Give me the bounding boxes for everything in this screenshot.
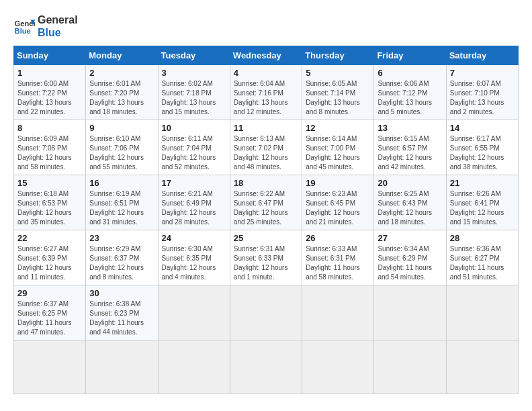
day-info: Sunrise: 6:33 AM Sunset: 6:31 PM Dayligh…	[306, 244, 370, 282]
calendar-cell: 3Sunrise: 6:02 AM Sunset: 7:18 PM Daylig…	[158, 65, 230, 120]
day-info: Sunrise: 6:31 AM Sunset: 6:33 PM Dayligh…	[234, 244, 298, 282]
col-header-thursday: Thursday	[302, 46, 374, 65]
day-number: 8	[17, 123, 82, 133]
page-header: General Blue General Blue	[13, 13, 519, 39]
day-number: 23	[89, 233, 154, 243]
calendar-cell: 19Sunrise: 6:23 AM Sunset: 6:45 PM Dayli…	[302, 175, 374, 230]
day-info: Sunrise: 6:00 AM Sunset: 7:22 PM Dayligh…	[17, 79, 82, 117]
day-info: Sunrise: 6:21 AM Sunset: 6:49 PM Dayligh…	[162, 189, 226, 227]
day-info: Sunrise: 6:01 AM Sunset: 7:20 PM Dayligh…	[89, 79, 154, 117]
day-number: 21	[450, 178, 515, 188]
day-number: 3	[162, 68, 226, 78]
calendar-cell: 5Sunrise: 6:05 AM Sunset: 7:14 PM Daylig…	[302, 65, 374, 120]
col-header-tuesday: Tuesday	[158, 46, 230, 65]
day-number: 1	[17, 68, 82, 78]
day-number: 11	[234, 123, 298, 133]
calendar-cell: 6Sunrise: 6:06 AM Sunset: 7:12 PM Daylig…	[374, 65, 446, 120]
calendar-cell: 17Sunrise: 6:21 AM Sunset: 6:49 PM Dayli…	[158, 175, 230, 230]
days-row: SundayMondayTuesdayWednesdayThursdayFrid…	[14, 46, 519, 65]
calendar-table: SundayMondayTuesdayWednesdayThursdayFrid…	[13, 46, 519, 394]
calendar-cell: 20Sunrise: 6:25 AM Sunset: 6:43 PM Dayli…	[374, 175, 446, 230]
calendar-cell: 9Sunrise: 6:10 AM Sunset: 7:06 PM Daylig…	[86, 120, 158, 175]
day-number: 16	[89, 178, 154, 188]
calendar-cell: 11Sunrise: 6:13 AM Sunset: 7:02 PM Dayli…	[230, 120, 302, 175]
calendar-cell	[86, 340, 158, 394]
calendar-row: 1Sunrise: 6:00 AM Sunset: 7:22 PM Daylig…	[14, 65, 519, 120]
calendar-cell	[446, 340, 518, 394]
day-info: Sunrise: 6:02 AM Sunset: 7:18 PM Dayligh…	[162, 79, 226, 117]
calendar-cell: 13Sunrise: 6:15 AM Sunset: 6:57 PM Dayli…	[374, 120, 446, 175]
day-number: 25	[234, 233, 298, 243]
calendar-cell: 7Sunrise: 6:07 AM Sunset: 7:10 PM Daylig…	[446, 65, 518, 120]
day-info: Sunrise: 6:11 AM Sunset: 7:04 PM Dayligh…	[162, 134, 226, 172]
day-number: 29	[17, 288, 82, 298]
calendar-cell: 21Sunrise: 6:26 AM Sunset: 6:41 PM Dayli…	[446, 175, 518, 230]
calendar-cell: 29Sunrise: 6:37 AM Sunset: 6:25 PM Dayli…	[14, 285, 86, 340]
day-number: 17	[162, 178, 226, 188]
calendar-cell	[158, 340, 230, 394]
day-number: 6	[378, 68, 442, 78]
day-info: Sunrise: 6:06 AM Sunset: 7:12 PM Dayligh…	[378, 79, 442, 117]
calendar-cell	[446, 285, 518, 340]
calendar-cell: 26Sunrise: 6:33 AM Sunset: 6:31 PM Dayli…	[302, 230, 374, 285]
col-header-monday: Monday	[86, 46, 158, 65]
day-info: Sunrise: 6:04 AM Sunset: 7:16 PM Dayligh…	[234, 79, 298, 117]
calendar-header: SundayMondayTuesdayWednesdayThursdayFrid…	[14, 46, 519, 65]
day-info: Sunrise: 6:15 AM Sunset: 6:57 PM Dayligh…	[378, 134, 442, 172]
day-number: 28	[450, 233, 515, 243]
day-number: 10	[162, 123, 226, 133]
day-info: Sunrise: 6:23 AM Sunset: 6:45 PM Dayligh…	[306, 189, 370, 227]
day-info: Sunrise: 6:27 AM Sunset: 6:39 PM Dayligh…	[17, 244, 82, 282]
day-info: Sunrise: 6:36 AM Sunset: 6:27 PM Dayligh…	[450, 244, 515, 282]
calendar-row	[14, 340, 519, 394]
calendar-row: 15Sunrise: 6:18 AM Sunset: 6:53 PM Dayli…	[14, 175, 519, 230]
calendar-cell: 14Sunrise: 6:17 AM Sunset: 6:55 PM Dayli…	[446, 120, 518, 175]
logo: General Blue General Blue	[13, 13, 78, 39]
calendar-row: 8Sunrise: 6:09 AM Sunset: 7:08 PM Daylig…	[14, 120, 519, 175]
day-info: Sunrise: 6:25 AM Sunset: 6:43 PM Dayligh…	[378, 189, 442, 227]
day-number: 20	[378, 178, 442, 188]
day-info: Sunrise: 6:29 AM Sunset: 6:37 PM Dayligh…	[89, 244, 154, 282]
calendar-row: 22Sunrise: 6:27 AM Sunset: 6:39 PM Dayli…	[14, 230, 519, 285]
day-number: 24	[162, 233, 226, 243]
logo-icon: General Blue	[13, 15, 35, 37]
col-header-sunday: Sunday	[14, 46, 86, 65]
day-number: 26	[306, 233, 370, 243]
calendar-cell: 28Sunrise: 6:36 AM Sunset: 6:27 PM Dayli…	[446, 230, 518, 285]
calendar-cell: 12Sunrise: 6:14 AM Sunset: 7:00 PM Dayli…	[302, 120, 374, 175]
day-info: Sunrise: 6:14 AM Sunset: 7:00 PM Dayligh…	[306, 134, 370, 172]
calendar-cell: 1Sunrise: 6:00 AM Sunset: 7:22 PM Daylig…	[14, 65, 86, 120]
calendar-cell	[14, 340, 86, 394]
calendar-row: 29Sunrise: 6:37 AM Sunset: 6:25 PM Dayli…	[14, 285, 519, 340]
day-number: 5	[306, 68, 370, 78]
day-number: 27	[378, 233, 442, 243]
calendar-cell: 8Sunrise: 6:09 AM Sunset: 7:08 PM Daylig…	[14, 120, 86, 175]
day-number: 13	[378, 123, 442, 133]
calendar-cell	[230, 340, 302, 394]
day-number: 18	[234, 178, 298, 188]
day-info: Sunrise: 6:09 AM Sunset: 7:08 PM Dayligh…	[17, 134, 82, 172]
day-info: Sunrise: 6:07 AM Sunset: 7:10 PM Dayligh…	[450, 79, 515, 117]
day-number: 12	[306, 123, 370, 133]
day-number: 7	[450, 68, 515, 78]
calendar-cell: 4Sunrise: 6:04 AM Sunset: 7:16 PM Daylig…	[230, 65, 302, 120]
calendar-cell	[302, 285, 374, 340]
day-info: Sunrise: 6:22 AM Sunset: 6:47 PM Dayligh…	[234, 189, 298, 227]
calendar-cell: 15Sunrise: 6:18 AM Sunset: 6:53 PM Dayli…	[14, 175, 86, 230]
day-info: Sunrise: 6:38 AM Sunset: 6:23 PM Dayligh…	[89, 300, 154, 337]
calendar-cell: 22Sunrise: 6:27 AM Sunset: 6:39 PM Dayli…	[14, 230, 86, 285]
day-info: Sunrise: 6:18 AM Sunset: 6:53 PM Dayligh…	[17, 189, 82, 227]
calendar-cell: 10Sunrise: 6:11 AM Sunset: 7:04 PM Dayli…	[158, 120, 230, 175]
col-header-saturday: Saturday	[446, 46, 518, 65]
day-info: Sunrise: 6:05 AM Sunset: 7:14 PM Dayligh…	[306, 79, 370, 117]
day-info: Sunrise: 6:17 AM Sunset: 6:55 PM Dayligh…	[450, 134, 515, 172]
calendar-cell	[158, 285, 230, 340]
day-info: Sunrise: 6:37 AM Sunset: 6:25 PM Dayligh…	[17, 300, 82, 337]
day-info: Sunrise: 6:10 AM Sunset: 7:06 PM Dayligh…	[89, 134, 154, 172]
logo-blue: Blue	[38, 26, 78, 39]
calendar-cell: 23Sunrise: 6:29 AM Sunset: 6:37 PM Dayli…	[86, 230, 158, 285]
day-info: Sunrise: 6:13 AM Sunset: 7:02 PM Dayligh…	[234, 134, 298, 172]
calendar-cell	[302, 340, 374, 394]
calendar-cell: 24Sunrise: 6:30 AM Sunset: 6:35 PM Dayli…	[158, 230, 230, 285]
calendar-cell: 30Sunrise: 6:38 AM Sunset: 6:23 PM Dayli…	[86, 285, 158, 340]
